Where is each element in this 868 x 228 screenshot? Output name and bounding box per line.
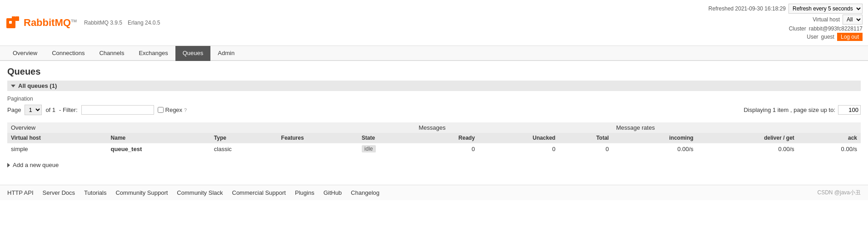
overview-section-header: Overview — [7, 122, 415, 133]
queue-name-link[interactable]: queue_test — [111, 146, 142, 152]
col-type: Type — [210, 133, 278, 143]
footer-link-plugins[interactable]: Plugins — [295, 189, 314, 196]
pagination-controls: Page 1 of 1 - Filter: Regex ? Displaying… — [7, 105, 861, 115]
page-select[interactable]: 1 — [25, 105, 42, 115]
filter-input[interactable] — [81, 105, 154, 115]
of-label: of 1 — [45, 106, 55, 113]
cell-deliver-get: 0.00/s — [697, 143, 798, 155]
footer-link-commercial-support[interactable]: Commercial Support — [232, 189, 286, 196]
rabbitmq-version: RabbitMQ 3.9.5 — [84, 20, 122, 26]
nav-admin[interactable]: Admin — [210, 46, 242, 61]
logout-button[interactable]: Log out — [837, 33, 863, 41]
footer-link-http-api[interactable]: HTTP API — [7, 189, 34, 196]
table-header-row: Virtual host Name Type Features State Re… — [7, 133, 861, 143]
cluster-value: rabbit@993fc8228117 — [809, 25, 863, 32]
table-section-row: Overview Messages Message rates — [7, 122, 861, 133]
col-unacked: Unacked — [479, 133, 559, 143]
erlang-version: Erlang 24.0.5 — [128, 20, 160, 26]
nav-overview[interactable]: Overview — [5, 46, 45, 61]
content: Queues All queues (1) Pagination Page 1 … — [0, 61, 868, 176]
message-rates-section-header: Message rates — [613, 122, 861, 133]
logo-text: RabbitMQTM — [24, 17, 77, 29]
cell-ack: 0.00/s — [798, 143, 861, 155]
virtual-host-label: Virtual host — [813, 16, 840, 23]
col-features: Features — [278, 133, 358, 143]
page-label: Page — [7, 106, 21, 113]
refreshed-label: Refreshed 2021-09-30 16:18:29 — [708, 5, 786, 12]
vhost-row: Virtual host All — [708, 15, 863, 25]
state-badge: idle — [362, 145, 376, 152]
header: RabbitMQTM RabbitMQ 3.9.5 Erlang 24.0.5 … — [0, 0, 868, 46]
logo-mq: MQ — [55, 17, 70, 28]
queues-table-container: Overview Messages Message rates Virtual … — [7, 122, 861, 154]
messages-section-header: Messages — [415, 122, 613, 133]
collapse-triangle-icon[interactable] — [11, 85, 15, 87]
all-queues-section: All queues (1) — [7, 81, 861, 91]
expand-triangle-icon — [7, 163, 10, 167]
footer-link-community-support[interactable]: Community Support — [115, 189, 168, 196]
cell-features — [278, 143, 358, 155]
display-info: Displaying 1 item , page size up to: 100 — [743, 105, 861, 115]
refresh-row: Refreshed 2021-09-30 16:18:29 Refresh ev… — [708, 4, 863, 14]
footer-link-tutorials[interactable]: Tutorials — [84, 189, 106, 196]
version-info: RabbitMQ 3.9.5 Erlang 24.0.5 — [84, 20, 160, 26]
queues-table: Overview Messages Message rates Virtual … — [7, 122, 861, 154]
page-size-input[interactable]: 100 — [838, 105, 861, 115]
col-ready: Ready — [415, 133, 479, 143]
rabbitmq-logo-icon — [5, 15, 22, 31]
col-total: Total — [559, 133, 613, 143]
col-incoming: incoming — [613, 133, 697, 143]
footer: HTTP API Server Docs Tutorials Community… — [0, 185, 868, 200]
footer-link-server-docs[interactable]: Server Docs — [43, 189, 75, 196]
page-title: Queues — [7, 66, 861, 77]
nav-exchanges[interactable]: Exchanges — [131, 46, 175, 61]
footer-link-changelog[interactable]: Changelog — [351, 189, 379, 196]
cluster-label: Cluster — [789, 25, 806, 32]
cell-name: queue_test — [107, 143, 210, 155]
col-deliver-get: deliver / get — [697, 133, 798, 143]
filter-label: - Filter: — [59, 106, 77, 113]
nav-queues[interactable]: Queues — [175, 46, 211, 61]
table-row: simple queue_test classic idle 0 0 0 0.0… — [7, 143, 861, 155]
footer-link-community-slack[interactable]: Community Slack — [177, 189, 223, 196]
user-label: User — [807, 34, 818, 40]
user-value: guest — [821, 34, 834, 40]
pagination-label: Pagination — [7, 96, 861, 102]
cell-incoming: 0.00/s — [613, 143, 697, 155]
logo-rabbit: Rabbit — [24, 17, 55, 28]
footer-link-github[interactable]: GitHub — [324, 189, 342, 196]
vhost-select[interactable]: All — [843, 15, 863, 25]
add-queue-section[interactable]: Add a new queue — [7, 160, 861, 170]
header-right: Refreshed 2021-09-30 16:18:29 Refresh ev… — [708, 4, 863, 42]
regex-checkbox[interactable] — [158, 107, 164, 113]
col-virtual-host: Virtual host — [7, 133, 107, 143]
cell-type: classic — [210, 143, 278, 155]
cluster-row: Cluster rabbit@993fc8228117 — [708, 25, 863, 32]
svg-rect-2 — [15, 16, 19, 21]
logo-tm: TM — [71, 19, 77, 23]
cell-unacked: 0 — [479, 143, 559, 155]
regex-hint: ? — [184, 107, 187, 113]
col-ack: ack — [798, 133, 861, 143]
regex-label: Regex ? — [158, 106, 187, 113]
cell-ready: 0 — [415, 143, 479, 155]
logo: RabbitMQTM — [5, 15, 77, 31]
nav-connections[interactable]: Connections — [45, 46, 92, 61]
all-queues-label: All queues (1) — [18, 82, 57, 89]
cell-total: 0 — [559, 143, 613, 155]
svg-rect-1 — [12, 16, 15, 21]
logo-area: RabbitMQTM RabbitMQ 3.9.5 Erlang 24.0.5 — [5, 15, 160, 31]
user-row: User guest Log out — [708, 33, 863, 41]
nav: Overview Connections Channels Exchanges … — [0, 46, 868, 61]
refresh-select[interactable]: Refresh every 5 seconds — [788, 4, 863, 14]
col-name: Name — [107, 133, 210, 143]
add-queue-label: Add a new queue — [13, 162, 59, 168]
svg-rect-3 — [9, 21, 12, 24]
nav-channels[interactable]: Channels — [92, 46, 131, 61]
cell-virtual-host: simple — [7, 143, 107, 155]
col-state: State — [358, 133, 415, 143]
displaying-label: Displaying 1 item , page size up to: — [743, 106, 835, 113]
footer-attribution: CSDN @java小丑 — [817, 189, 861, 197]
cell-state: idle — [358, 143, 415, 155]
